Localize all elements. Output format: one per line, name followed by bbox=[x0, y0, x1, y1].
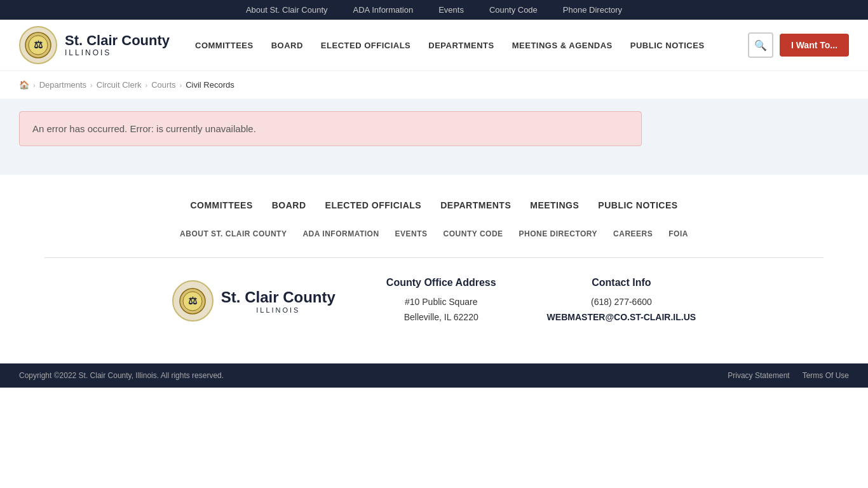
breadcrumb-sep-3: › bbox=[146, 81, 148, 89]
error-message: An error has occurred. Error: is current… bbox=[32, 123, 256, 134]
breadcrumb-courts[interactable]: Courts bbox=[151, 80, 175, 90]
address-line1: #10 Public Square bbox=[405, 297, 477, 307]
footer-contact: Contact Info (618) 277-6600 WEBMASTER@CO… bbox=[547, 277, 696, 325]
breadcrumb-home[interactable]: 🏠 bbox=[19, 80, 29, 90]
main-nav: COMMITTEES BOARD ELECTED OFFICIALS DEPAR… bbox=[189, 36, 748, 55]
top-bar: About St. Clair County ADA Information E… bbox=[0, 0, 868, 20]
address-heading: County Office Address bbox=[386, 277, 496, 288]
footer-about[interactable]: ABOUT ST. CLAIR COUNTY bbox=[180, 229, 287, 238]
svg-text:⚖: ⚖ bbox=[34, 39, 43, 50]
contact-phone: (618) 277-6600 bbox=[591, 297, 652, 307]
topbar-county-code[interactable]: County Code bbox=[489, 5, 538, 15]
content-area: An error has occurred. Error: is current… bbox=[0, 98, 868, 175]
footer-nav-meetings[interactable]: MEETINGS bbox=[530, 200, 579, 210]
header: ⚖ St. Clair County ILLINOIS COMMITTEES B… bbox=[0, 20, 868, 71]
logo-text: St. Clair County ILLINOIS bbox=[65, 33, 170, 57]
footer-events[interactable]: EVENTS bbox=[395, 229, 428, 238]
search-icon: 🔍 bbox=[754, 39, 767, 51]
breadcrumb-sep-1: › bbox=[33, 81, 36, 89]
breadcrumb: 🏠 › Departments › Circuit Clerk › Courts… bbox=[19, 80, 849, 90]
topbar-ada[interactable]: ADA Information bbox=[353, 5, 414, 15]
footer-logo-text: St. Clair County ILLINOIS bbox=[221, 288, 336, 314]
error-box: An error has occurred. Error: is current… bbox=[19, 111, 642, 146]
nav-departments[interactable]: DEPARTMENTS bbox=[422, 36, 500, 55]
nav-public-notices[interactable]: PUBLIC NOTICES bbox=[624, 36, 711, 55]
breadcrumb-sep-4: › bbox=[180, 81, 182, 89]
footer-info: ⚖ St. Clair County ILLINOIS County Offic… bbox=[13, 277, 855, 344]
home-icon: 🏠 bbox=[19, 80, 29, 90]
footer-nav: COMMITTEES BOARD ELECTED OFFICIALS DEPAR… bbox=[0, 175, 868, 363]
bottom-links: Privacy Statement Terms Of Use bbox=[728, 371, 849, 380]
bottom-bar: Copyright ©2022 St. Clair County, Illino… bbox=[0, 363, 868, 388]
topbar-about[interactable]: About St. Clair County bbox=[246, 5, 328, 15]
nav-elected-officials[interactable]: ELECTED OFFICIALS bbox=[315, 36, 417, 55]
i-want-to-button[interactable]: I Want To... bbox=[780, 34, 849, 57]
footer-nav-public-notices[interactable]: PUBLIC NOTICES bbox=[598, 200, 677, 210]
footer-careers[interactable]: CAREERS bbox=[613, 229, 653, 238]
nav-meetings[interactable]: MEETINGS & AGENDAS bbox=[506, 36, 619, 55]
site-logo[interactable]: ⚖ St. Clair County ILLINOIS bbox=[19, 26, 170, 64]
footer-logo-sub: ILLINOIS bbox=[221, 306, 336, 314]
copyright-text: Copyright ©2022 St. Clair County, Illino… bbox=[19, 371, 224, 380]
footer-nav-departments[interactable]: DEPARTMENTS bbox=[440, 200, 511, 210]
terms-link[interactable]: Terms Of Use bbox=[803, 371, 849, 380]
footer-logo-icon: ⚖ bbox=[172, 280, 214, 322]
breadcrumb-departments[interactable]: Departments bbox=[39, 80, 86, 90]
logo-title: St. Clair County bbox=[65, 33, 170, 48]
footer-ada[interactable]: ADA INFORMATION bbox=[302, 229, 379, 238]
logo-subtitle: ILLINOIS bbox=[65, 48, 170, 57]
footer-nav-board[interactable]: BOARD bbox=[272, 200, 306, 210]
breadcrumb-current: Civil Records bbox=[186, 80, 234, 90]
breadcrumb-area: 🏠 › Departments › Circuit Clerk › Courts… bbox=[0, 71, 868, 98]
privacy-link[interactable]: Privacy Statement bbox=[728, 371, 789, 380]
nav-board[interactable]: BOARD bbox=[265, 36, 309, 55]
logo-icon: ⚖ bbox=[19, 26, 57, 64]
footer-foia[interactable]: FOIA bbox=[668, 229, 688, 238]
contact-email: WEBMASTER@CO.ST-CLAIR.IL.US bbox=[547, 312, 696, 322]
footer-phone-directory[interactable]: PHONE DIRECTORY bbox=[519, 229, 598, 238]
header-actions: 🔍 I Want To... bbox=[748, 32, 849, 58]
footer-secondary-links: ABOUT ST. CLAIR COUNTY ADA INFORMATION E… bbox=[13, 229, 855, 238]
contact-heading: Contact Info bbox=[547, 277, 696, 288]
search-button[interactable]: 🔍 bbox=[748, 32, 773, 58]
footer-nav-elected-officials[interactable]: ELECTED OFFICIALS bbox=[325, 200, 422, 210]
address-line2: Belleville, IL 62220 bbox=[404, 312, 478, 322]
svg-text:⚖: ⚖ bbox=[188, 295, 198, 306]
breadcrumb-circuit-clerk[interactable]: Circuit Clerk bbox=[97, 80, 142, 90]
topbar-events[interactable]: Events bbox=[438, 5, 464, 15]
footer-main-links: COMMITTEES BOARD ELECTED OFFICIALS DEPAR… bbox=[13, 200, 855, 210]
footer-nav-committees[interactable]: COMMITTEES bbox=[190, 200, 252, 210]
breadcrumb-sep-2: › bbox=[90, 81, 93, 89]
footer-divider bbox=[44, 257, 824, 258]
footer-county-code[interactable]: COUNTY CODE bbox=[444, 229, 503, 238]
nav-committees[interactable]: COMMITTEES bbox=[189, 36, 260, 55]
footer-logo: ⚖ St. Clair County ILLINOIS bbox=[172, 277, 336, 325]
footer-address: County Office Address #10 Public Square … bbox=[386, 277, 496, 325]
footer-logo-title: St. Clair County bbox=[221, 288, 336, 306]
topbar-phone-directory[interactable]: Phone Directory bbox=[563, 5, 622, 15]
